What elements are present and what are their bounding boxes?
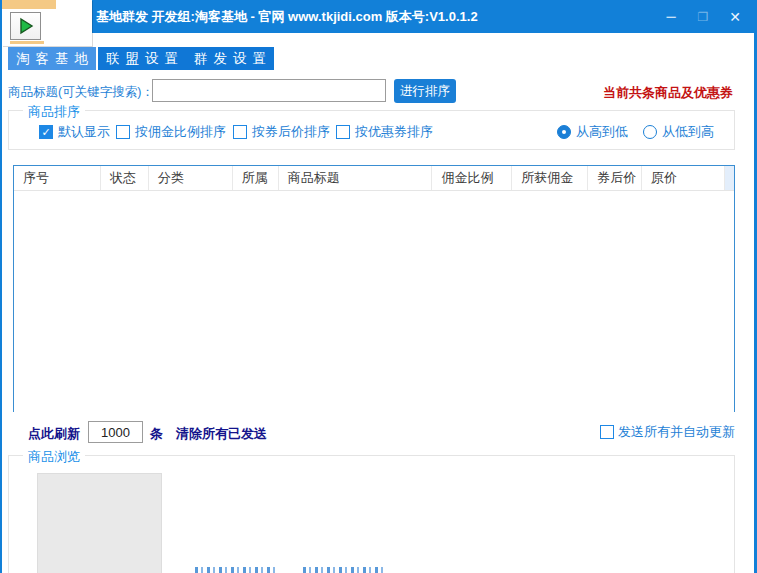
- radio-icon: [557, 125, 571, 139]
- window-title: 基地群发 开发组:淘客基地 - 官网 www.tkjidi.com 版本号:V1…: [96, 0, 478, 33]
- column-header-index[interactable]: 序号: [14, 166, 101, 190]
- status-text: 当前共条商品及优惠券: [603, 84, 733, 102]
- tab-taoke-jidi[interactable]: 淘客基地: [8, 47, 96, 70]
- tab-strip: 淘客基地 联盟设置 群发设置: [8, 47, 274, 70]
- minimize-icon[interactable]: ─: [655, 0, 687, 33]
- app-window: 基地群发 开发组:淘客基地 - 官网 www.tkjidi.com 版本号:V1…: [0, 0, 757, 573]
- column-header-category[interactable]: 分类: [149, 166, 233, 190]
- launcher-underline: [10, 41, 44, 44]
- column-header-commission-rate[interactable]: 佣金比例: [432, 166, 512, 190]
- window-controls: ─ ❐ ✕: [655, 0, 751, 33]
- play-button[interactable]: [10, 12, 41, 40]
- checkbox-sort-by-coupon[interactable]: 按优惠券排序: [336, 123, 433, 141]
- checkbox-icon: [600, 425, 614, 439]
- search-input[interactable]: [152, 79, 386, 102]
- column-header-coupon-price[interactable]: 券后价: [588, 166, 642, 190]
- column-header-product-title[interactable]: 商品标题: [279, 166, 433, 190]
- tab-lianmeng-shezhi[interactable]: 联盟设置: [98, 47, 186, 70]
- title-bar: 基地群发 开发组:淘客基地 - 官网 www.tkjidi.com 版本号:V1…: [0, 0, 757, 33]
- column-header-belongs[interactable]: 所属: [233, 166, 279, 190]
- product-image-placeholder: [37, 473, 162, 573]
- table-body: [14, 191, 734, 412]
- checkbox-icon: [116, 125, 130, 139]
- radio-icon: [643, 125, 657, 139]
- checkbox-icon: [233, 125, 247, 139]
- checkbox-sort-by-commission-rate[interactable]: 按佣金比例排序: [116, 123, 226, 141]
- checkbox-default-display[interactable]: 默认显示: [39, 123, 110, 141]
- launcher-overlay: [2, 0, 92, 46]
- checkbox-icon: [39, 125, 53, 139]
- checkbox-auto-update[interactable]: 发送所有并自动更新: [600, 423, 735, 441]
- table-header-end-sliver: [725, 166, 734, 190]
- clear-sent-link[interactable]: 清除所有已发送: [176, 425, 267, 443]
- tab-qunfa-shezhi[interactable]: 群发设置: [186, 47, 274, 70]
- checkbox-sort-by-coupon-price[interactable]: 按券后价排序: [233, 123, 330, 141]
- sort-groupbox: 商品排序 默认显示 按佣金比例排序 按券后价排序 按优惠券排序 从高到低 从低到…: [8, 110, 735, 150]
- sort-group-title: 商品排序: [23, 103, 85, 121]
- search-label: 商品标题(可关键字搜索)：: [8, 84, 154, 101]
- preview-groupbox: 商品浏览: [8, 455, 735, 573]
- checkbox-icon: [336, 125, 350, 139]
- radio-high-to-low[interactable]: 从高到低: [557, 123, 628, 141]
- refresh-link[interactable]: 点此刷新: [28, 425, 80, 443]
- count-unit-label: 条: [150, 425, 163, 443]
- column-header-status[interactable]: 状态: [101, 166, 149, 190]
- launcher-titlebar: [2, 0, 56, 9]
- window-border-left: [0, 0, 2, 573]
- radio-low-to-high[interactable]: 从低到高: [643, 123, 714, 141]
- product-table: 序号 状态 分类 所属 商品标题 佣金比例 所获佣金 券后价 原价: [13, 165, 735, 412]
- table-header: 序号 状态 分类 所属 商品标题 佣金比例 所获佣金 券后价 原价: [14, 166, 734, 191]
- preview-group-title: 商品浏览: [23, 448, 85, 466]
- column-header-original-price[interactable]: 原价: [642, 166, 725, 190]
- clipped-text-fragment: [195, 567, 278, 573]
- play-icon: [16, 16, 36, 36]
- count-input[interactable]: [88, 421, 143, 443]
- column-header-commission[interactable]: 所获佣金: [512, 166, 588, 190]
- clipped-text-fragment: [303, 567, 383, 573]
- maximize-icon[interactable]: ❐: [687, 0, 719, 33]
- sort-button[interactable]: 进行排序: [394, 79, 456, 103]
- close-icon[interactable]: ✕: [719, 0, 751, 33]
